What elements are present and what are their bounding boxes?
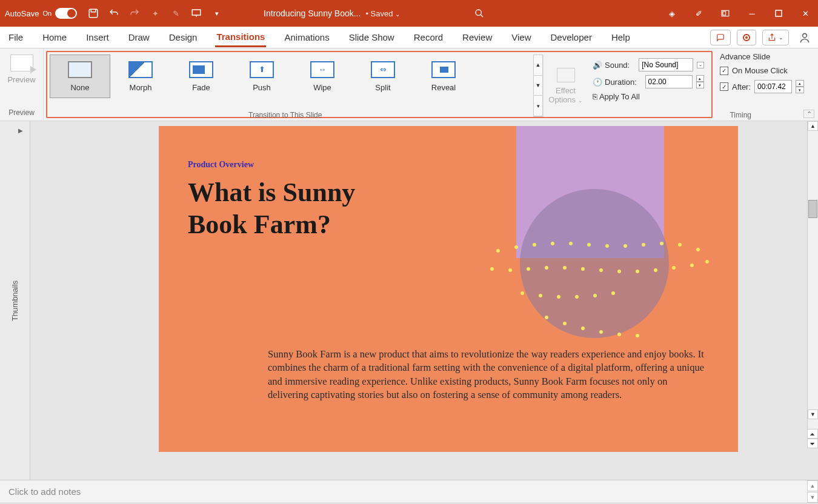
after-label: After:: [732, 82, 751, 91]
tab-developer[interactable]: Developer: [550, 28, 593, 46]
tab-slideshow[interactable]: Slide Show: [348, 28, 396, 46]
svg-point-44: [617, 333, 621, 336]
svg-point-29: [636, 270, 639, 273]
gallery-scroll-down[interactable]: ▼: [534, 76, 542, 96]
autosave-state: On: [42, 10, 52, 17]
share-button[interactable]: ⌄: [762, 30, 789, 45]
transition-morph[interactable]: Morph: [110, 55, 171, 98]
transition-push[interactable]: ⬆ Push: [231, 55, 292, 98]
autosave-label: AutoSave: [5, 9, 39, 18]
ribbon: Preview Preview None Morph Fade ⬆ Push ↔: [0, 48, 818, 121]
sound-dropdown[interactable]: [639, 58, 693, 71]
notes-scroll-up[interactable]: ▲: [807, 480, 818, 491]
collapse-ribbon-button[interactable]: ⌃: [803, 110, 814, 118]
advance-header: Advance Slide: [720, 52, 813, 61]
brush-icon[interactable]: ✐: [691, 5, 707, 21]
svg-point-42: [581, 327, 585, 330]
svg-point-34: [520, 291, 524, 295]
gallery-scroll-up[interactable]: ▲: [534, 55, 542, 76]
after-time-input[interactable]: [754, 80, 792, 93]
notes-scroll-down[interactable]: ▼: [807, 492, 818, 503]
transition-wipe[interactable]: ↔ Wipe: [292, 55, 353, 98]
scroll-down-icon[interactable]: ▼: [808, 409, 818, 419]
tab-view[interactable]: View: [510, 28, 532, 46]
svg-point-35: [539, 294, 542, 297]
tab-file[interactable]: File: [7, 28, 24, 46]
slide-editor[interactable]: Product Overview What is SunnyBook Farm?…: [30, 121, 818, 480]
titlebar: AutoSave On ✦ ✎ ▾ Introducing Sunny Book…: [0, 0, 818, 27]
svg-point-45: [636, 334, 639, 337]
prev-slide-button[interactable]: ⏶: [807, 429, 818, 439]
scroll-up-icon[interactable]: ▲: [808, 121, 818, 131]
maximize-button[interactable]: [771, 5, 786, 21]
notes-placeholder: Click to add notes: [8, 486, 81, 497]
save-status[interactable]: • Saved ⌄: [365, 9, 400, 18]
none-icon: [68, 61, 92, 78]
tab-transitions[interactable]: Transitions: [215, 28, 266, 47]
notes-pane[interactable]: Click to add notes ▲ ▼: [0, 480, 818, 503]
transition-split[interactable]: ⇔ Split: [353, 55, 413, 98]
undo-icon[interactable]: [107, 7, 121, 20]
minimize-button[interactable]: ─: [744, 5, 760, 21]
qat-more-icon[interactable]: ▾: [210, 7, 224, 20]
after-up[interactable]: ▴: [796, 80, 804, 87]
autosave-toggle[interactable]: AutoSave On: [5, 8, 77, 19]
svg-rect-5: [776, 10, 782, 16]
transition-fade[interactable]: Fade: [171, 55, 231, 98]
svg-point-15: [605, 244, 609, 248]
slide-overline[interactable]: Product Overview: [188, 160, 254, 170]
comments-button[interactable]: [710, 30, 731, 45]
tab-insert[interactable]: Insert: [85, 28, 110, 46]
svg-point-40: [545, 316, 548, 319]
save-icon[interactable]: [87, 7, 100, 20]
expand-thumbnails-icon[interactable]: ▶: [18, 127, 23, 134]
tab-record[interactable]: Record: [413, 28, 444, 46]
reveal-icon: [431, 61, 456, 78]
present-icon[interactable]: [190, 7, 203, 20]
quick-access-icon[interactable]: ✦: [148, 7, 162, 20]
toggle-switch[interactable]: [55, 8, 77, 19]
apply-to-all-button[interactable]: ⎘ Apply To All: [593, 92, 704, 101]
tab-review[interactable]: Review: [461, 28, 493, 46]
thumbnails-pane[interactable]: ▶ Thumbnails: [0, 121, 30, 480]
duration-input[interactable]: [645, 75, 693, 88]
push-icon: ⬆: [250, 61, 274, 78]
svg-point-8: [803, 33, 807, 38]
after-checkbox[interactable]: ✓: [720, 82, 728, 91]
gallery-scrollbar[interactable]: ▲ ▼ ▾: [533, 55, 543, 117]
tab-animations[interactable]: Animations: [283, 28, 330, 46]
workspace: ▶ Thumbnails Product Overview What is Su…: [0, 121, 818, 480]
svg-point-26: [581, 267, 585, 271]
tab-design[interactable]: Design: [168, 28, 199, 46]
quick-access-icon-2[interactable]: ✎: [169, 7, 182, 20]
svg-point-18: [660, 242, 663, 245]
on-mouse-click-checkbox[interactable]: ✓ On Mouse Click: [720, 66, 813, 75]
slide-canvas[interactable]: Product Overview What is SunnyBook Farm?…: [159, 126, 738, 452]
close-button[interactable]: ✕: [797, 5, 813, 21]
account-icon[interactable]: [799, 31, 811, 44]
record-button[interactable]: [737, 30, 756, 45]
next-slide-button[interactable]: ⏷: [807, 439, 818, 448]
transition-reveal[interactable]: Reveal: [413, 55, 474, 98]
redo-icon[interactable]: [128, 7, 141, 20]
duration-up[interactable]: ▴: [696, 75, 704, 82]
vertical-scrollbar[interactable]: ▲ ▼ ⏶ ⏷: [807, 121, 818, 448]
slide-body-text[interactable]: Sunny Book Farm is a new product that ai…: [268, 348, 704, 402]
svg-point-16: [623, 244, 627, 248]
search-icon[interactable]: [473, 7, 486, 20]
sound-dropdown-arrow[interactable]: ⌄: [697, 62, 704, 68]
document-title[interactable]: Introducing Sunny Book... • Saved ⌄: [264, 8, 400, 18]
transition-none[interactable]: None: [50, 55, 110, 98]
gallery-expand[interactable]: ▾: [534, 96, 542, 116]
svg-point-32: [690, 264, 694, 267]
tab-help[interactable]: Help: [610, 28, 631, 46]
duration-down[interactable]: ▾: [696, 82, 704, 88]
window-layout-icon[interactable]: [717, 5, 733, 21]
svg-point-11: [533, 243, 536, 247]
coming-soon-icon[interactable]: ◈: [664, 5, 680, 21]
scroll-thumb[interactable]: [808, 200, 817, 218]
tab-draw[interactable]: Draw: [127, 28, 151, 46]
tab-home[interactable]: Home: [41, 28, 68, 46]
after-down[interactable]: ▾: [796, 87, 804, 93]
slide-headline[interactable]: What is SunnyBook Farm?: [188, 177, 355, 241]
